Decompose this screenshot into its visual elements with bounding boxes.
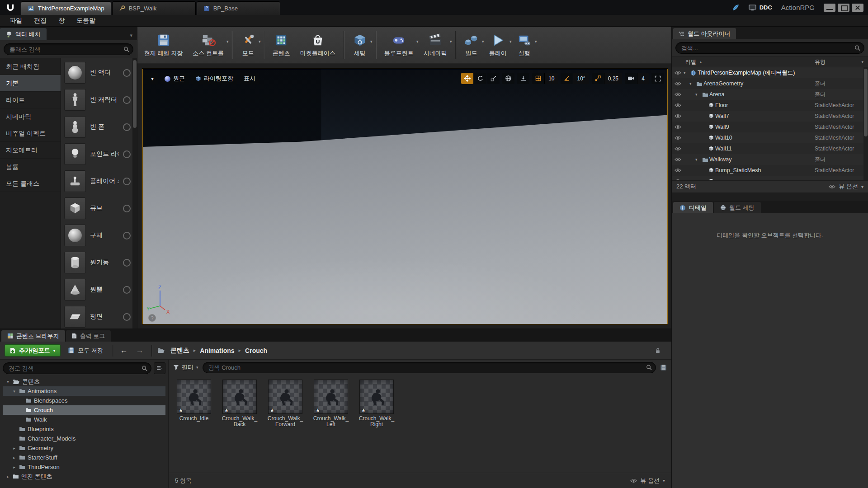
- tree-folder-1[interactable]: ▾Animations: [3, 386, 165, 396]
- visibility-toggle-icon[interactable]: [672, 179, 684, 180]
- expander-icon[interactable]: ▸: [12, 446, 17, 450]
- close-button[interactable]: [852, 4, 863, 12]
- toolbar-button-2-1[interactable]: 마켓플레이스: [295, 27, 340, 63]
- restore-button[interactable]: [838, 4, 849, 12]
- tab-output-log[interactable]: 출력 로그: [66, 330, 111, 342]
- category-0[interactable]: 최근 배치됨: [0, 58, 61, 75]
- visibility-toggle-icon[interactable]: [672, 125, 684, 129]
- asset-tile-1[interactable]: ★Crouch_Walk_Back: [222, 380, 258, 427]
- outliner-row-2[interactable]: ▾Arena폴더: [672, 89, 868, 100]
- tab-details[interactable]: 디테일: [673, 202, 713, 213]
- outliner-row-3[interactable]: FloorStaticMeshActor: [672, 100, 868, 111]
- place-item-9[interactable]: 평면: [64, 303, 131, 328]
- menu-item-2[interactable]: 창: [52, 15, 71, 26]
- tab-world-outliner[interactable]: 월드 아웃라이너: [673, 28, 736, 39]
- outliner-search-input[interactable]: [675, 42, 864, 54]
- drag-handle-icon[interactable]: [123, 69, 131, 77]
- visibility-toggle-icon[interactable]: [672, 136, 684, 140]
- expander-icon[interactable]: ▾: [5, 380, 10, 384]
- asset-tile-4[interactable]: ★Crouch_Walk_Right: [359, 380, 395, 427]
- asset-tile-3[interactable]: ★Crouch_Walk_Left: [313, 380, 349, 427]
- breadcrumb-item-1[interactable]: Animations: [200, 347, 234, 354]
- drag-handle-icon[interactable]: [123, 150, 131, 158]
- outliner-row-5[interactable]: Wall9StaticMeshActor: [672, 122, 868, 132]
- breadcrumb-item-0[interactable]: 콘텐츠: [170, 347, 189, 355]
- place-item-5[interactable]: 큐브: [64, 195, 131, 222]
- outliner-row-6[interactable]: Wall10StaticMeshActor: [672, 132, 868, 143]
- menu-item-1[interactable]: 편집: [28, 15, 52, 26]
- surface-snap-toggle[interactable]: [517, 73, 529, 84]
- category-4[interactable]: 비주얼 이펙트: [0, 125, 61, 142]
- grid-snap-toggle-value[interactable]: 10: [544, 73, 558, 84]
- grid-snap-toggle-button[interactable]: [532, 73, 544, 84]
- save-search-icon[interactable]: [660, 364, 667, 371]
- tree-folder-7[interactable]: ▸Geometry: [3, 443, 165, 453]
- drag-handle-icon[interactable]: [123, 205, 131, 212]
- breadcrumb-item-2[interactable]: Crouch: [245, 347, 267, 354]
- category-3[interactable]: 시네마틱: [0, 108, 61, 125]
- tree-folder-3[interactable]: Crouch: [3, 405, 165, 415]
- expander-icon[interactable]: ▸: [12, 455, 17, 460]
- outliner-row-0[interactable]: ▾ThirdPersonExampleMap (에디터월드): [672, 67, 868, 78]
- expander-icon[interactable]: ▾: [695, 157, 701, 162]
- category-2[interactable]: 라이트: [0, 92, 61, 108]
- column-type[interactable]: 유형▾: [815, 58, 868, 66]
- tree-folder-8[interactable]: ▸StarterStuff: [3, 453, 165, 462]
- outliner-row-8[interactable]: ▾Walkway폴더: [672, 154, 868, 165]
- expander-icon[interactable]: ▾: [689, 81, 695, 86]
- perspective-button[interactable]: 원근: [160, 73, 189, 84]
- place-item-2[interactable]: 빈 폰: [64, 113, 131, 141]
- tree-folder-9[interactable]: ▸ThirdPerson: [3, 462, 165, 472]
- tree-folder-5[interactable]: Blueprints: [3, 424, 165, 434]
- visibility-toggle-icon[interactable]: [672, 157, 684, 162]
- tab-content-browser[interactable]: 콘텐츠 브라우저: [1, 330, 65, 342]
- camera-speed-button[interactable]: [625, 73, 637, 84]
- column-label[interactable]: 라벨▲: [685, 58, 815, 66]
- tab-world-settings[interactable]: 월드 세팅: [714, 202, 761, 213]
- scale-snap-toggle-value[interactable]: 0.25: [604, 73, 622, 84]
- rotation-snap-toggle-button[interactable]: [561, 73, 573, 84]
- help-icon[interactable]: ?: [148, 314, 156, 322]
- place-item-1[interactable]: 빈 캐릭터: [64, 86, 131, 113]
- expander-icon[interactable]: ▸: [12, 465, 17, 469]
- drag-handle-icon[interactable]: [123, 123, 131, 131]
- toolbar-button-4-0[interactable]: ▾블루프린트: [379, 27, 419, 63]
- doc-tab-2[interactable]: BP_Base: [197, 1, 280, 15]
- forward-button[interactable]: →: [134, 346, 146, 355]
- category-6[interactable]: 볼륨: [0, 159, 61, 175]
- tree-folder-6[interactable]: Character_Models: [3, 434, 165, 443]
- viewport-options-button[interactable]: ▾: [146, 73, 158, 84]
- outliner-row-10[interactable]: [672, 176, 868, 180]
- place-item-8[interactable]: 원뿔: [64, 276, 131, 303]
- tree-folder-4[interactable]: Walk: [3, 415, 165, 424]
- visibility-toggle-icon[interactable]: [672, 70, 684, 75]
- visibility-toggle-icon[interactable]: [672, 92, 684, 97]
- place-item-4[interactable]: 플레이어 스타트: [64, 168, 131, 195]
- outliner-row-9[interactable]: Bump_StaticMeshStaticMeshActor: [672, 165, 868, 176]
- place-item-7[interactable]: 원기둥: [64, 249, 131, 276]
- path-search-input[interactable]: [3, 362, 151, 374]
- outliner-row-7[interactable]: Wall11StaticMeshActor: [672, 143, 868, 154]
- add-import-button[interactable]: 추가/임포트 ▾: [5, 344, 61, 357]
- toolbar-button-3-0[interactable]: ▾세팅: [347, 27, 373, 63]
- back-button[interactable]: ←: [118, 346, 130, 355]
- outliner-row-4[interactable]: Wall7StaticMeshActor: [672, 111, 868, 122]
- minimize-button[interactable]: [824, 4, 835, 12]
- ddc-indicator[interactable]: DDC: [749, 4, 772, 11]
- doc-tab-0[interactable]: ThirdPersonExampleMap: [21, 1, 111, 15]
- coordinate-space-toggle[interactable]: [502, 73, 514, 84]
- view-mode-button[interactable]: 라이팅포함: [191, 73, 237, 84]
- toolbar-button-5-2[interactable]: ▾실행: [512, 27, 537, 63]
- panel-splitter[interactable]: [672, 192, 868, 201]
- expander-icon[interactable]: ▸: [5, 474, 10, 479]
- asset-tile-2[interactable]: ★Crouch_Walk_Forward: [267, 380, 303, 427]
- expander-icon[interactable]: ▾: [695, 92, 701, 97]
- place-item-3[interactable]: 포인트 라이트: [64, 141, 131, 168]
- visibility-toggle-icon[interactable]: [672, 81, 684, 86]
- tab-place-actors[interactable]: 액터 배치: [0, 28, 47, 40]
- menu-item-0[interactable]: 파일: [4, 15, 28, 26]
- tree-folder-0[interactable]: ▾콘텐츠: [3, 377, 165, 386]
- tree-folder-10[interactable]: ▸엔진 콘텐츠: [3, 472, 165, 481]
- chevron-down-icon[interactable]: ▾: [130, 33, 137, 40]
- place-item-0[interactable]: 빈 액터: [64, 59, 131, 86]
